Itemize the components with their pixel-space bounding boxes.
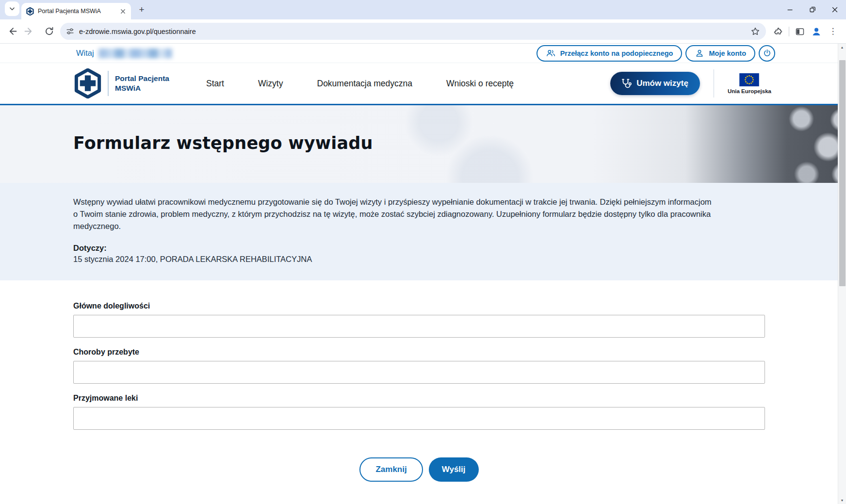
nav-item-start[interactable]: Start — [206, 79, 224, 89]
patient-name-redacted — [98, 49, 172, 58]
stethoscope-icon — [620, 78, 632, 89]
book-visit-button[interactable]: Umów wizytę — [610, 72, 700, 95]
site-info-icon[interactable] — [66, 27, 74, 35]
brand-text: Portal Pacjenta MSWiA — [115, 74, 169, 93]
eu-stars-flag-icon — [739, 73, 759, 86]
book-visit-label: Umów wizytę — [636, 79, 688, 88]
tab-search-button[interactable] — [5, 1, 19, 16]
medications-input[interactable] — [73, 407, 765, 430]
field-past-diseases: Choroby przebyte — [73, 348, 846, 384]
main-navbar: Portal Pacjenta MSWiA Start Wizyty Dokum… — [0, 63, 846, 105]
nav-links: Start Wizyty Dokumentacja medyczna Wnios… — [206, 79, 514, 89]
new-tab-button[interactable]: + — [135, 3, 148, 16]
favicon-hexagon-cross-icon — [26, 7, 34, 16]
side-panel-icon[interactable] — [792, 23, 808, 40]
dotyczy-value: 15 stycznia 2024 17:00, PORADA LEKARSKA … — [73, 255, 846, 264]
intro-paragraph: Wstępny wywiad ułatwi pracownikowi medyc… — [73, 196, 713, 232]
eu-label: Unia Europejska — [728, 88, 771, 94]
main-complaints-input[interactable] — [73, 315, 765, 338]
window-controls — [779, 0, 846, 19]
submit-button[interactable]: Wyślij — [429, 457, 479, 482]
url-text[interactable]: e-zdrowie.mswia.gov.pl/questionnaire — [79, 28, 746, 35]
page-scrollbar[interactable]: ▲ ▼ — [838, 44, 846, 504]
questionnaire-form: Główne dolegliwości Choroby przebyte Prz… — [0, 280, 846, 482]
bookmark-star-icon[interactable] — [750, 27, 760, 36]
tab-title: Portal Pacjenta MSWiA — [38, 8, 114, 15]
switch-account-label: Przełącz konto na podopiecznego — [560, 49, 673, 57]
intro-section: Wstępny wywiad ułatwi pracownikowi medyc… — [0, 183, 846, 280]
past-diseases-label: Choroby przebyte — [73, 348, 846, 357]
window-restore-icon[interactable] — [801, 0, 824, 19]
browser-toolbar: e-zdrowie.mswia.gov.pl/questionnaire ⋮ — [0, 19, 846, 44]
form-actions: Zamknij Wyślij — [73, 457, 765, 482]
scroll-up-icon[interactable]: ▲ — [838, 44, 846, 51]
forward-icon[interactable] — [20, 23, 37, 40]
dotyczy-label: Dotyczy: — [73, 244, 846, 253]
window-minimize-icon[interactable] — [779, 0, 801, 19]
tab-close-icon[interactable] — [118, 7, 127, 16]
browser-tab-strip: Portal Pacjenta MSWiA + — [0, 0, 846, 19]
brand-divider — [108, 71, 109, 96]
toolbar-divider — [789, 27, 789, 36]
url-bar[interactable]: e-zdrowie.mswia.gov.pl/questionnaire — [60, 23, 766, 40]
extensions-puzzle-icon[interactable] — [770, 23, 786, 40]
window-close-icon[interactable] — [824, 0, 846, 19]
power-icon — [763, 49, 772, 58]
page-title: Formularz wstępnego wywiadu — [73, 133, 373, 153]
site-header: Witaj Przełącz konto na podopiecznego — [0, 44, 846, 63]
my-account-label: Moje konto — [709, 49, 746, 57]
close-button[interactable]: Zamknij — [359, 457, 423, 482]
field-main-complaints: Główne dolegliwości — [73, 302, 846, 338]
profile-avatar-icon[interactable] — [808, 23, 825, 40]
back-icon[interactable] — [4, 23, 20, 40]
my-account-button[interactable]: Moje konto — [685, 45, 755, 62]
brand-line1: Portal Pacjenta — [115, 74, 169, 82]
logout-button[interactable] — [759, 45, 775, 62]
eu-block: Unia Europejska — [714, 69, 771, 98]
reload-icon[interactable] — [41, 23, 57, 40]
nav-item-dokumentacja[interactable]: Dokumentacja medyczna — [317, 79, 412, 89]
browser-tab[interactable]: Portal Pacjenta MSWiA — [21, 3, 131, 19]
header-actions: Przełącz konto na podopiecznego Moje kon… — [537, 45, 775, 62]
chevron-down-icon — [8, 5, 16, 13]
past-diseases-input[interactable] — [73, 361, 765, 384]
brand-line2: MSWiA — [115, 84, 141, 92]
main-complaints-label: Główne dolegliwości — [73, 302, 846, 310]
person-icon — [695, 49, 704, 58]
scroll-down-icon[interactable]: ▼ — [838, 497, 846, 504]
brand-block[interactable]: Portal Pacjenta MSWiA — [74, 68, 169, 98]
people-icon — [546, 48, 556, 58]
welcome-text: Witaj — [76, 49, 94, 58]
field-medications: Przyjmowane leki — [73, 394, 846, 430]
medications-label: Przyjmowane leki — [73, 394, 846, 403]
portal-logo-icon — [74, 68, 101, 98]
switch-account-button[interactable]: Przełącz konto na podopiecznego — [537, 45, 683, 62]
scrollbar-thumb[interactable] — [839, 60, 846, 286]
nav-item-wnioski[interactable]: Wnioski o receptę — [446, 79, 514, 89]
hero-banner: Formularz wstępnego wywiadu — [0, 105, 846, 183]
nav-item-wizyty[interactable]: Wizyty — [258, 79, 283, 89]
browser-menu-kebab-icon[interactable]: ⋮ — [825, 23, 841, 40]
